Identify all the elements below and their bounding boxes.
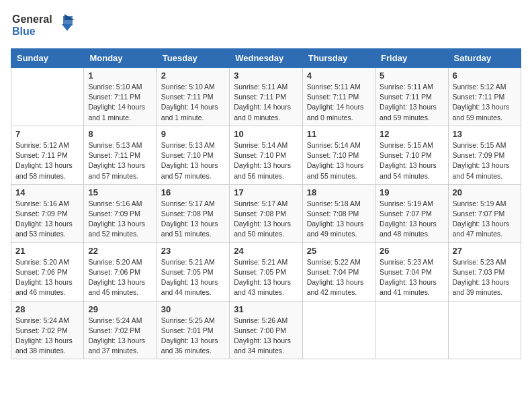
day-cell: 5Sunrise: 5:11 AM Sunset: 7:11 PM Daylig…	[375, 68, 448, 126]
col-header-sunday: Sunday	[11, 49, 84, 68]
day-info: Sunrise: 5:11 AM Sunset: 7:11 PM Dayligh…	[307, 82, 371, 123]
day-info: Sunrise: 5:20 AM Sunset: 7:06 PM Dayligh…	[88, 257, 152, 298]
day-info: Sunrise: 5:10 AM Sunset: 7:11 PM Dayligh…	[88, 82, 152, 123]
week-row-4: 21Sunrise: 5:20 AM Sunset: 7:06 PM Dayli…	[11, 242, 521, 301]
day-number: 12	[380, 129, 443, 139]
day-info: Sunrise: 5:14 AM Sunset: 7:10 PM Dayligh…	[234, 140, 298, 181]
day-cell: 4Sunrise: 5:11 AM Sunset: 7:11 PM Daylig…	[302, 68, 375, 126]
week-row-2: 7Sunrise: 5:12 AM Sunset: 7:11 PM Daylig…	[11, 126, 521, 184]
day-number: 10	[234, 129, 298, 139]
day-cell: 19Sunrise: 5:19 AM Sunset: 7:07 PM Dayli…	[375, 184, 448, 242]
day-info: Sunrise: 5:10 AM Sunset: 7:11 PM Dayligh…	[161, 82, 225, 123]
day-number: 1	[88, 71, 152, 81]
day-number: 21	[15, 246, 79, 256]
day-cell: 25Sunrise: 5:22 AM Sunset: 7:04 PM Dayli…	[302, 242, 375, 301]
day-info: Sunrise: 5:11 AM Sunset: 7:11 PM Dayligh…	[380, 82, 443, 123]
col-header-tuesday: Tuesday	[157, 49, 229, 68]
day-cell: 12Sunrise: 5:15 AM Sunset: 7:10 PM Dayli…	[375, 126, 448, 184]
day-number: 26	[380, 246, 443, 256]
day-cell: 14Sunrise: 5:16 AM Sunset: 7:09 PM Dayli…	[11, 184, 84, 242]
day-number: 24	[234, 246, 298, 256]
day-info: Sunrise: 5:12 AM Sunset: 7:11 PM Dayligh…	[453, 82, 517, 123]
header-row: SundayMondayTuesdayWednesdayThursdayFrid…	[11, 49, 521, 68]
day-cell: 10Sunrise: 5:14 AM Sunset: 7:10 PM Dayli…	[230, 126, 302, 184]
day-number: 11	[307, 129, 371, 139]
day-cell: 24Sunrise: 5:21 AM Sunset: 7:05 PM Dayli…	[230, 242, 302, 301]
day-number: 28	[15, 304, 79, 314]
day-info: Sunrise: 5:22 AM Sunset: 7:04 PM Dayligh…	[307, 257, 371, 298]
day-number: 2	[161, 71, 225, 81]
day-number: 6	[453, 71, 517, 81]
day-number: 20	[453, 187, 517, 197]
day-cell: 2Sunrise: 5:10 AM Sunset: 7:11 PM Daylig…	[157, 68, 229, 126]
day-info: Sunrise: 5:26 AM Sunset: 7:00 PM Dayligh…	[234, 316, 298, 357]
day-number: 22	[88, 246, 152, 256]
day-info: Sunrise: 5:14 AM Sunset: 7:10 PM Dayligh…	[307, 140, 371, 181]
page-header: General Blue	[11, 11, 521, 42]
day-info: Sunrise: 5:17 AM Sunset: 7:08 PM Dayligh…	[234, 199, 298, 240]
day-info: Sunrise: 5:13 AM Sunset: 7:10 PM Dayligh…	[161, 140, 225, 181]
day-cell	[448, 301, 521, 359]
day-info: Sunrise: 5:15 AM Sunset: 7:10 PM Dayligh…	[380, 140, 443, 181]
week-row-5: 28Sunrise: 5:24 AM Sunset: 7:02 PM Dayli…	[11, 301, 521, 359]
day-cell: 13Sunrise: 5:15 AM Sunset: 7:09 PM Dayli…	[448, 126, 521, 184]
day-number: 18	[307, 187, 371, 197]
day-cell: 22Sunrise: 5:20 AM Sunset: 7:06 PM Dayli…	[84, 242, 157, 301]
day-cell: 21Sunrise: 5:20 AM Sunset: 7:06 PM Dayli…	[11, 242, 84, 301]
week-row-1: 1Sunrise: 5:10 AM Sunset: 7:11 PM Daylig…	[11, 68, 521, 126]
day-number: 5	[380, 71, 443, 81]
calendar-table: SundayMondayTuesdayWednesdayThursdayFrid…	[11, 48, 521, 359]
day-number: 31	[234, 304, 298, 314]
day-number: 16	[161, 187, 225, 197]
col-header-thursday: Thursday	[302, 49, 375, 68]
day-cell: 6Sunrise: 5:12 AM Sunset: 7:11 PM Daylig…	[448, 68, 521, 126]
col-header-friday: Friday	[375, 49, 448, 68]
day-info: Sunrise: 5:21 AM Sunset: 7:05 PM Dayligh…	[234, 257, 298, 298]
day-cell: 18Sunrise: 5:18 AM Sunset: 7:08 PM Dayli…	[302, 184, 375, 242]
day-info: Sunrise: 5:16 AM Sunset: 7:09 PM Dayligh…	[88, 199, 152, 240]
day-info: Sunrise: 5:19 AM Sunset: 7:07 PM Dayligh…	[453, 199, 517, 240]
day-info: Sunrise: 5:24 AM Sunset: 7:02 PM Dayligh…	[88, 316, 152, 357]
day-cell: 28Sunrise: 5:24 AM Sunset: 7:02 PM Dayli…	[11, 301, 84, 359]
day-info: Sunrise: 5:20 AM Sunset: 7:06 PM Dayligh…	[15, 257, 79, 298]
calendar-header: SundayMondayTuesdayWednesdayThursdayFrid…	[11, 49, 521, 68]
day-number: 15	[88, 187, 152, 197]
day-number: 8	[88, 129, 152, 139]
day-cell: 27Sunrise: 5:23 AM Sunset: 7:03 PM Dayli…	[448, 242, 521, 301]
day-number: 19	[380, 187, 443, 197]
day-cell: 1Sunrise: 5:10 AM Sunset: 7:11 PM Daylig…	[84, 68, 157, 126]
day-cell: 8Sunrise: 5:13 AM Sunset: 7:11 PM Daylig…	[84, 126, 157, 184]
svg-marker-3	[64, 14, 75, 20]
day-number: 27	[453, 246, 517, 256]
day-number: 9	[161, 129, 225, 139]
day-cell: 23Sunrise: 5:21 AM Sunset: 7:05 PM Dayli…	[157, 242, 229, 301]
col-header-monday: Monday	[84, 49, 157, 68]
day-number: 23	[161, 246, 225, 256]
day-number: 29	[88, 304, 152, 314]
day-cell: 29Sunrise: 5:24 AM Sunset: 7:02 PM Dayli…	[84, 301, 157, 359]
day-info: Sunrise: 5:15 AM Sunset: 7:09 PM Dayligh…	[453, 140, 517, 181]
day-cell: 17Sunrise: 5:17 AM Sunset: 7:08 PM Dayli…	[230, 184, 302, 242]
col-header-wednesday: Wednesday	[230, 49, 302, 68]
logo: General Blue	[11, 11, 85, 42]
day-cell: 11Sunrise: 5:14 AM Sunset: 7:10 PM Dayli…	[302, 126, 375, 184]
day-info: Sunrise: 5:25 AM Sunset: 7:01 PM Dayligh…	[161, 316, 225, 357]
day-info: Sunrise: 5:12 AM Sunset: 7:11 PM Dayligh…	[15, 140, 79, 181]
day-cell: 7Sunrise: 5:12 AM Sunset: 7:11 PM Daylig…	[11, 126, 84, 184]
col-header-saturday: Saturday	[448, 49, 521, 68]
day-cell: 30Sunrise: 5:25 AM Sunset: 7:01 PM Dayli…	[157, 301, 229, 359]
day-info: Sunrise: 5:13 AM Sunset: 7:11 PM Dayligh…	[88, 140, 152, 181]
calendar-body: 1Sunrise: 5:10 AM Sunset: 7:11 PM Daylig…	[11, 68, 521, 359]
day-number: 7	[15, 129, 79, 139]
day-number: 25	[307, 246, 371, 256]
day-number: 17	[234, 187, 298, 197]
day-number: 4	[307, 71, 371, 81]
logo-text: General Blue	[11, 11, 85, 42]
day-number: 30	[161, 304, 225, 314]
week-row-3: 14Sunrise: 5:16 AM Sunset: 7:09 PM Dayli…	[11, 184, 521, 242]
day-number: 14	[15, 187, 79, 197]
day-cell: 15Sunrise: 5:16 AM Sunset: 7:09 PM Dayli…	[84, 184, 157, 242]
day-cell: 16Sunrise: 5:17 AM Sunset: 7:08 PM Dayli…	[157, 184, 229, 242]
day-info: Sunrise: 5:21 AM Sunset: 7:05 PM Dayligh…	[161, 257, 225, 298]
day-info: Sunrise: 5:11 AM Sunset: 7:11 PM Dayligh…	[234, 82, 298, 123]
